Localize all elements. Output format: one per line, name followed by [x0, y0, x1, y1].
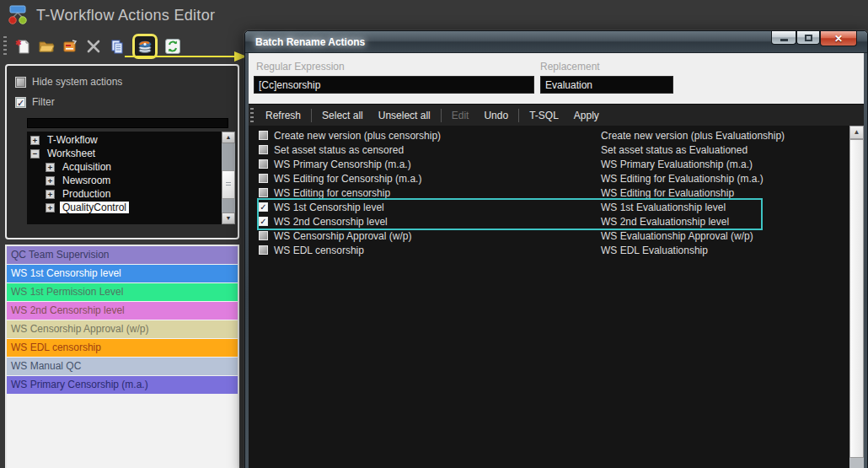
- expand-icon[interactable]: +: [46, 176, 55, 186]
- hide-system-actions-label: Hide system actions: [32, 76, 122, 88]
- filter-input[interactable]: [27, 118, 228, 128]
- expand-icon[interactable]: +: [46, 190, 55, 199]
- row-preview: Create new version (plus Evaluationship): [601, 130, 785, 142]
- action-color-list: QC Team SupervisionWS 1st Censorship lev…: [5, 245, 239, 468]
- rename-row[interactable]: ✓WS 2nd Censorship levelWS 2nd Evaluatio…: [249, 214, 849, 229]
- tree-scroll-down-icon[interactable]: ▼: [222, 212, 235, 224]
- rename-row[interactable]: WS EDL censorshipWS EDL Evaluationship: [249, 243, 849, 257]
- list-scroll-up-icon[interactable]: ▲: [849, 126, 864, 139]
- unselect-all-button[interactable]: Unselect all: [371, 110, 438, 121]
- filter-box[interactable]: ✓: [15, 97, 26, 108]
- row-name: WS 2nd Censorship level: [274, 216, 388, 228]
- row-name: Set asset status as censored: [274, 144, 404, 156]
- tree-node-worksheet[interactable]: −Worksheet: [27, 147, 221, 160]
- app-titlebar: T-Workflow Actions Editor: [0, 0, 215, 30]
- row-checkbox[interactable]: [259, 131, 268, 140]
- tree-scroll-up-icon[interactable]: ▲: [222, 132, 235, 143]
- rename-icon[interactable]: [60, 36, 80, 56]
- undo-button[interactable]: Undo: [476, 110, 516, 121]
- action-item[interactable]: WS 1st Permission Level: [7, 283, 238, 301]
- regex-label: Regular Expression: [256, 61, 345, 73]
- tree-node-label: Production: [60, 188, 113, 200]
- row-name: WS Editing for Censorship (m.a.): [274, 173, 421, 185]
- tsql-button[interactable]: T-SQL: [522, 110, 566, 121]
- action-item[interactable]: WS Censorship Approval (w/p): [7, 320, 238, 338]
- refresh-icon[interactable]: [163, 36, 183, 56]
- row-preview: WS Editing for Evaluationship (m.a.): [601, 173, 764, 185]
- tree-scrollbar[interactable]: ▲ ▼: [222, 132, 235, 224]
- refresh-button[interactable]: Refresh: [258, 110, 308, 121]
- tree-scroll-thumb[interactable]: [222, 170, 235, 199]
- row-preview: WS Evaluationship Approval (w/p): [601, 230, 753, 242]
- edit-button[interactable]: Edit: [444, 110, 477, 121]
- replacement-label: Replacement: [540, 61, 600, 73]
- tree-node-label: QualityControl: [60, 202, 129, 213]
- dialog-toolbar-grip[interactable]: [250, 108, 254, 123]
- list-scrollbar[interactable]: ▲: [849, 126, 864, 468]
- expand-icon[interactable]: +: [46, 203, 55, 212]
- list-scroll-thumb[interactable]: [849, 139, 864, 458]
- row-checkbox-checked[interactable]: ✓: [259, 202, 268, 212]
- collapse-icon[interactable]: −: [30, 149, 40, 159]
- row-checkbox[interactable]: [259, 245, 268, 255]
- rename-row[interactable]: WS Censorship Approval (w/p)WS Evaluatio…: [249, 229, 849, 243]
- action-item[interactable]: QC Team Supervision: [7, 246, 238, 264]
- minimize-icon: [780, 39, 788, 41]
- row-checkbox[interactable]: [259, 188, 268, 197]
- filter-panel: Hide system actions ✓ Filter +T-Workflow…: [5, 64, 239, 239]
- select-all-button[interactable]: Select all: [314, 110, 371, 121]
- row-preview: WS 1st Evaluationship level: [601, 202, 726, 213]
- separator: [441, 109, 442, 122]
- maximize-button[interactable]: [796, 31, 820, 45]
- rename-row[interactable]: Create new version (plus censorship)Crea…: [249, 128, 849, 143]
- expand-icon[interactable]: +: [30, 136, 40, 145]
- row-preview: WS Editing for Evaluationship: [601, 187, 734, 199]
- tree-node-acquisition[interactable]: +Acquisition: [27, 160, 221, 174]
- window-buttons: ✕: [771, 31, 857, 46]
- action-item[interactable]: WS 1st Censorship level: [7, 265, 238, 282]
- regex-input[interactable]: [254, 76, 534, 94]
- tree-node-newsroom[interactable]: +Newsroom: [27, 174, 221, 187]
- delete-icon[interactable]: [83, 36, 104, 56]
- rename-row[interactable]: ✓WS 1st Censorship levelWS 1st Evaluatio…: [249, 200, 849, 214]
- expand-icon[interactable]: +: [46, 163, 55, 172]
- row-checkbox-checked[interactable]: ✓: [259, 217, 268, 226]
- row-checkbox[interactable]: [259, 145, 268, 154]
- dialog-titlebar[interactable]: Batch Rename Actions ✕: [245, 31, 867, 53]
- minimize-button[interactable]: [771, 31, 796, 45]
- rename-row[interactable]: WS Editing for censorshipWS Editing for …: [249, 186, 849, 200]
- row-checkbox[interactable]: [259, 159, 268, 169]
- app-title: T-Workflow Actions Editor: [36, 7, 215, 24]
- filter-checkbox[interactable]: ✓ Filter: [15, 96, 55, 108]
- open-icon[interactable]: [36, 36, 56, 56]
- rename-row[interactable]: WS Editing for Censorship (m.a.)WS Editi…: [249, 171, 849, 186]
- tree-node-production[interactable]: +Production: [27, 187, 221, 201]
- new-action-icon[interactable]: ✱: [13, 36, 33, 56]
- row-checkbox[interactable]: [259, 231, 268, 240]
- hide-system-actions-checkbox[interactable]: Hide system actions: [15, 76, 122, 88]
- close-button[interactable]: ✕: [820, 31, 857, 46]
- toolbar-grip[interactable]: [3, 36, 7, 56]
- tree-node-qualitycontrol[interactable]: +QualityControl: [27, 201, 221, 214]
- tree-node-label: T-Workflow: [45, 134, 100, 146]
- row-name: WS 1st Censorship level: [274, 202, 384, 213]
- row-checkbox[interactable]: [259, 174, 268, 183]
- rename-row[interactable]: Set asset status as censoredSet asset st…: [249, 143, 849, 157]
- tree-node-t-workflow[interactable]: +T-Workflow: [27, 133, 221, 147]
- rename-row[interactable]: WS Primary Censorship (m.a.)WS Primary E…: [249, 157, 849, 171]
- dialog-content: Regular Expression Replacement Refresh S…: [249, 53, 864, 468]
- action-item[interactable]: WS 2nd Censorship level: [7, 302, 238, 320]
- action-item[interactable]: WS EDL censorship: [7, 339, 238, 357]
- app-toolbar: ✱: [2, 34, 185, 59]
- action-item[interactable]: WS Manual QC: [7, 358, 238, 375]
- tree-node-label: Worksheet: [45, 148, 98, 159]
- hide-system-actions-box[interactable]: [15, 77, 26, 88]
- row-name: WS Editing for censorship: [274, 187, 390, 199]
- apply-button[interactable]: Apply: [566, 110, 607, 121]
- action-item[interactable]: WS Primary Censorship (m.a.): [7, 376, 238, 394]
- replacement-input[interactable]: [540, 76, 673, 94]
- row-preview: WS 2nd Evaluationship level: [601, 216, 729, 228]
- batch-rename-icon[interactable]: [132, 34, 158, 59]
- separator: [311, 109, 312, 122]
- copy-icon[interactable]: [107, 36, 127, 56]
